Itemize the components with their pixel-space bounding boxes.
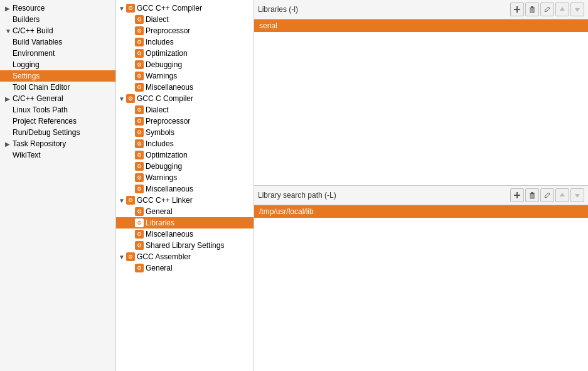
tree-assembler-general[interactable]: ▶ ⚙ General: [116, 262, 254, 274]
tree-gcc-c-debugging[interactable]: ▶ ⚙ Debugging: [116, 161, 254, 172]
right-panel: Libraries (-l) serial: [254, 0, 588, 371]
tree-gcc-c-compiler[interactable]: ▼ ⚙ GCC C Compiler: [116, 93, 254, 104]
svg-marker-16: [560, 193, 565, 196]
svg-rect-1: [514, 9, 520, 10]
expand-icon: ▶: [5, 5, 11, 12]
gear-icon: ⚙: [135, 26, 144, 35]
libraries-down-button[interactable]: [570, 3, 584, 16]
tree-gcc-cpp-optimization[interactable]: ▶ ⚙ Optimization: [116, 48, 254, 59]
tree-panel: ▼ ⚙ GCC C++ Compiler ▶ ⚙ Dialect ▶ ⚙ Pre…: [116, 0, 254, 371]
library-path-header: Library search path (-L): [254, 186, 588, 205]
sidebar-item-run-debug[interactable]: Run/Debug Settings: [0, 127, 115, 138]
gear-icon: ⚙: [135, 218, 144, 227]
gear-icon: ⚙: [126, 252, 135, 261]
tree-gcc-assembler[interactable]: ▼ ⚙ GCC Assembler: [116, 251, 254, 262]
sidebar-item-resource[interactable]: ▶ Resource: [0, 3, 115, 14]
library-item-serial[interactable]: serial: [254, 19, 588, 32]
sidebar-item-build-variables[interactable]: Build Variables: [0, 36, 115, 48]
tree-gcc-c-preprocessor[interactable]: ▶ ⚙ Preprocessor: [116, 116, 254, 127]
path-down-button[interactable]: [570, 188, 584, 202]
tree-gcc-cpp-includes[interactable]: ▶ ⚙ Includes: [116, 36, 254, 48]
tree-linker-libraries[interactable]: ▶ ⚙ Libraries: [116, 217, 254, 229]
svg-rect-10: [514, 195, 520, 196]
svg-rect-13: [530, 194, 534, 198]
gear-icon: ⚙: [135, 60, 144, 69]
libraries-list: serial: [254, 19, 588, 185]
tree-gcc-c-warnings[interactable]: ▶ ⚙ Warnings: [116, 172, 254, 183]
gear-icon: ⚙: [135, 207, 144, 216]
tree-gcc-cpp-compiler[interactable]: ▼ ⚙ GCC C++ Compiler: [116, 3, 254, 14]
expand-gcc-assembler: ▼: [119, 254, 126, 261]
libraries-toolbar: [510, 3, 584, 16]
svg-marker-7: [560, 7, 565, 11]
library-path-section: Library search path (-L): [254, 186, 588, 371]
tree-linker-miscellaneous[interactable]: ▶ ⚙ Miscellaneous: [116, 229, 254, 240]
gear-icon: ⚙: [135, 15, 144, 24]
gear-icon: ⚙: [135, 151, 144, 159]
tree-gcc-cpp-warnings[interactable]: ▶ ⚙ Warnings: [116, 70, 254, 82]
gear-icon: ⚙: [126, 4, 135, 13]
gear-icon: ⚙: [135, 105, 144, 114]
gear-icon: ⚙: [135, 162, 144, 171]
gear-icon: ⚙: [126, 196, 135, 205]
tree-gcc-cpp-dialect[interactable]: ▶ ⚙ Dialect: [116, 14, 254, 25]
tree-gcc-cpp-miscellaneous[interactable]: ▶ ⚙ Miscellaneous: [116, 82, 254, 93]
expand-gcc-cpp: ▼: [119, 5, 126, 12]
gear-icon: ⚙: [135, 173, 144, 182]
path-edit-button[interactable]: [540, 188, 554, 202]
sidebar-item-logging[interactable]: Logging: [0, 59, 115, 70]
svg-rect-12: [531, 192, 533, 193]
path-up-button[interactable]: [555, 188, 569, 202]
gear-icon: ⚙: [126, 94, 135, 103]
gear-icon: ⚙: [135, 128, 144, 137]
tree-gcc-c-miscellaneous[interactable]: ▶ ⚙ Miscellaneous: [116, 183, 254, 195]
tree-linker-general[interactable]: ▶ ⚙ General: [116, 206, 254, 217]
libraries-add-button[interactable]: [510, 3, 524, 16]
libraries-delete-button[interactable]: [525, 3, 539, 16]
sidebar-item-cpp-general[interactable]: ▶ C/C++ General: [0, 93, 115, 104]
library-path-title: Library search path (-L): [258, 191, 336, 200]
libraries-title: Libraries (-l): [258, 5, 298, 14]
sidebar-item-wikitext[interactable]: ▶ WikiText: [0, 149, 115, 161]
expand-icon-cpp-general: ▶: [5, 95, 11, 102]
gear-icon: ⚙: [135, 49, 144, 58]
libraries-section: Libraries (-l) serial: [254, 0, 588, 186]
gear-icon: ⚙: [135, 83, 144, 92]
path-add-button[interactable]: [510, 188, 524, 202]
sidebar-item-tool-chain-editor[interactable]: Tool Chain Editor: [0, 82, 115, 93]
gear-icon: ⚙: [135, 241, 144, 250]
tree-linker-shared[interactable]: ▶ ⚙ Shared Library Settings: [116, 240, 254, 251]
svg-marker-17: [575, 194, 580, 198]
sidebar-item-linux-tools[interactable]: Linux Tools Path: [0, 104, 115, 116]
sidebar-item-builders[interactable]: Builders: [0, 14, 115, 25]
gear-icon: ⚙: [135, 230, 144, 239]
sidebar-item-project-references[interactable]: Project References: [0, 116, 115, 127]
gear-icon: ⚙: [135, 139, 144, 148]
expand-icon-task: ▶: [5, 141, 11, 148]
svg-rect-4: [530, 8, 534, 13]
libraries-header: Libraries (-l): [254, 0, 588, 19]
sidebar-item-cpp-build[interactable]: ▼ C/C++ Build: [0, 25, 115, 36]
sidebar-item-settings[interactable]: Settings: [0, 70, 115, 82]
tree-gcc-c-includes[interactable]: ▶ ⚙ Includes: [116, 138, 254, 149]
path-delete-button[interactable]: [525, 188, 539, 202]
gear-icon: ⚙: [135, 38, 144, 46]
svg-marker-8: [575, 8, 580, 12]
libraries-edit-button[interactable]: [540, 3, 554, 16]
tree-gcc-c-optimization[interactable]: ▶ ⚙ Optimization: [116, 149, 254, 161]
libraries-up-button[interactable]: [555, 3, 569, 16]
library-path-toolbar: [510, 188, 584, 202]
tree-gcc-cpp-preprocessor[interactable]: ▶ ⚙ Preprocessor: [116, 25, 254, 36]
tree-gcc-c-dialect[interactable]: ▶ ⚙ Dialect: [116, 104, 254, 116]
tree-gcc-cpp-linker[interactable]: ▼ ⚙ GCC C++ Linker: [116, 195, 254, 206]
library-path-item[interactable]: /tmp/usr/local/lib: [254, 205, 588, 218]
expand-icon-cpp-build: ▼: [5, 28, 11, 35]
gear-icon: ⚙: [135, 185, 144, 193]
gear-icon: ⚙: [135, 117, 144, 126]
expand-gcc-linker: ▼: [119, 197, 126, 204]
tree-gcc-c-symbols[interactable]: ▶ ⚙ Symbols: [116, 127, 254, 138]
sidebar-item-task-repository[interactable]: ▶ Task Repository: [0, 138, 115, 149]
svg-rect-3: [531, 6, 533, 8]
tree-gcc-cpp-debugging[interactable]: ▶ ⚙ Debugging: [116, 59, 254, 70]
sidebar-item-environment[interactable]: Environment: [0, 48, 115, 59]
